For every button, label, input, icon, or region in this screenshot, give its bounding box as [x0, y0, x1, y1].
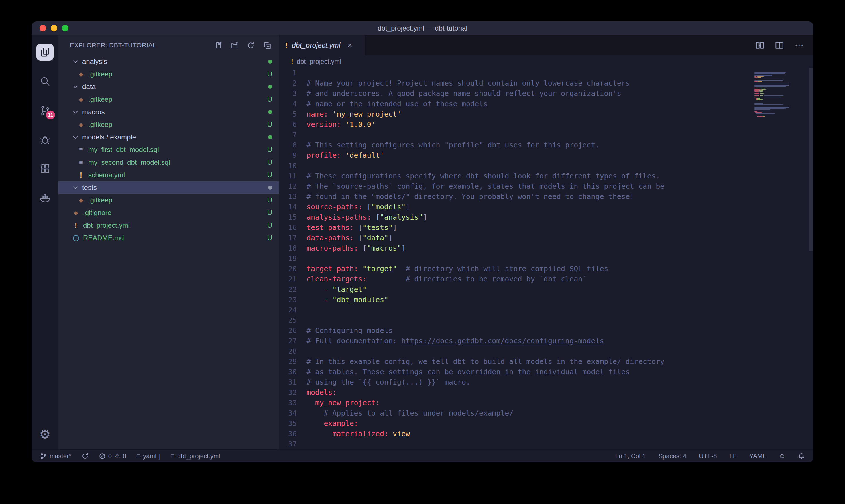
tree-file--gitignore[interactable]: ◆.gitignoreU	[58, 206, 279, 219]
activity-run-debug[interactable]	[32, 125, 58, 154]
code-line[interactable]: 18macro-paths: ["macros"]	[279, 243, 813, 253]
code-line[interactable]: 35 example:	[279, 418, 813, 429]
code-line[interactable]: 10	[279, 161, 813, 171]
tab-label: dbt_project.yml	[292, 41, 341, 50]
tree-file--gitkeep[interactable]: ◆.gitkeepU	[58, 93, 279, 106]
activity-source-control[interactable]: 11	[32, 96, 58, 125]
git-untracked-badge: U	[267, 196, 272, 204]
sql-file-icon: ≡	[77, 158, 85, 166]
code-line[interactable]: 27# Full documentation: https://docs.get…	[279, 336, 813, 346]
code-line[interactable]: 17data-paths: ["data"]	[279, 233, 813, 243]
code-line[interactable]: 29# In this example config, we tell dbt …	[279, 357, 813, 367]
code-line[interactable]: 30# as tables. These settings can be ove…	[279, 367, 813, 377]
code-line[interactable]: 37	[279, 439, 813, 449]
code-line[interactable]: 4# name or the intended use of these mod…	[279, 99, 813, 109]
feedback-smiley-icon[interactable]: ☺	[779, 452, 786, 460]
new-folder-icon[interactable]	[231, 41, 238, 49]
code-line[interactable]: 21clean-targets: # directories to be rem…	[279, 274, 813, 284]
code-line[interactable]: 32models:	[279, 388, 813, 398]
tree-file-schema-yml[interactable]: !schema.ymlU	[58, 169, 279, 181]
problems-status[interactable]: 0 ⚠ 0	[99, 452, 126, 460]
git-untracked-badge: U	[267, 171, 272, 179]
close-tab-icon[interactable]: ×	[347, 40, 352, 50]
code-line[interactable]: 28	[279, 346, 813, 357]
code-line[interactable]: 24	[279, 305, 813, 315]
code-line[interactable]: 34 # Applies to all files under models/e…	[279, 408, 813, 418]
minimap[interactable]	[754, 71, 806, 119]
yaml-file-icon: !	[285, 41, 288, 50]
indentation[interactable]: Spaces: 4	[658, 452, 686, 460]
editor-group: ! dbt_project.yml × ⋯ ! dbt_project.yml	[279, 35, 813, 449]
settings-gear-icon[interactable]: ⚙	[39, 424, 50, 444]
tree-file-my-second-dbt-model-sql[interactable]: ≡my_second_dbt_model.sqlU	[58, 156, 279, 169]
code-line[interactable]: 8# This setting configures which "profil…	[279, 140, 813, 150]
code-editor[interactable]: 12# Name your project! Project names sho…	[279, 68, 813, 449]
code-line[interactable]: 20target-path: "target" # directory whic…	[279, 264, 813, 274]
tree-file--gitkeep[interactable]: ◆.gitkeepU	[58, 68, 279, 80]
activity-search[interactable]	[32, 67, 58, 96]
tree-folder-data[interactable]: data	[58, 80, 279, 93]
code-line[interactable]: 23 - "dbt_modules"	[279, 295, 813, 305]
tab-dbt-project-yml[interactable]: ! dbt_project.yml ×	[279, 35, 365, 55]
git-branch-status[interactable]: master*	[40, 452, 71, 460]
open-changes-icon[interactable]	[756, 41, 764, 50]
line-number: 14	[279, 202, 306, 212]
cursor-position[interactable]: Ln 1, Col 1	[615, 452, 646, 460]
tree-folder-macros[interactable]: macros	[58, 106, 279, 118]
code-line[interactable]: 25	[279, 315, 813, 326]
tree-folder-models-example[interactable]: models / example	[58, 131, 279, 143]
code-line[interactable]: 22 - "target"	[279, 284, 813, 295]
code-line[interactable]: 31# using the `{{ config(...) }}` macro.	[279, 377, 813, 388]
code-line[interactable]: 26# Configuring models	[279, 326, 813, 336]
code-line[interactable]: 33 my_new_project:	[279, 398, 813, 408]
tree-folder-tests[interactable]: tests	[58, 181, 279, 194]
activity-extensions[interactable]	[32, 154, 58, 183]
language-mode[interactable]: YAML	[749, 452, 766, 460]
split-editor-icon[interactable]	[775, 41, 784, 50]
code-line[interactable]: 1	[279, 68, 813, 78]
code-line[interactable]: 9profile: 'default'	[279, 150, 813, 161]
code-line[interactable]: 3# and underscores. A good package name …	[279, 89, 813, 99]
code-line[interactable]: 12# The `source-paths` config, for examp…	[279, 181, 813, 192]
tree-file--gitkeep[interactable]: ◆.gitkeepU	[58, 118, 279, 131]
tree-file-dbt-project-yml[interactable]: !dbt_project.ymlU	[58, 219, 279, 232]
editor-scrollbar[interactable]	[809, 68, 813, 251]
code-line[interactable]: 14source-paths: ["models"]	[279, 202, 813, 212]
eol[interactable]: LF	[730, 452, 737, 460]
line-number: 8	[279, 140, 306, 150]
code-line[interactable]: 16test-paths: ["tests"]	[279, 222, 813, 233]
more-actions-icon[interactable]: ⋯	[795, 41, 804, 50]
notifications-bell[interactable]	[798, 453, 805, 460]
tree-file-my-first-dbt-model-sql[interactable]: ≡my_first_dbt_model.sqlU	[58, 143, 279, 156]
activity-explorer[interactable]	[32, 37, 58, 67]
tree-folder-analysis[interactable]: analysis	[58, 55, 279, 68]
tree-file--gitkeep[interactable]: ◆.gitkeepU	[58, 194, 279, 206]
docker-whale-icon	[39, 192, 51, 204]
new-file-icon[interactable]	[214, 41, 222, 49]
code-line[interactable]: 11# These configurations specify where d…	[279, 171, 813, 181]
close-window-button[interactable]	[39, 25, 46, 32]
tree-file-readme-md[interactable]: README.mdU	[58, 232, 279, 244]
breadcrumb[interactable]: ! dbt_project.yml	[279, 55, 813, 68]
collapse-all-icon[interactable]	[263, 41, 271, 49]
sync-status[interactable]	[82, 453, 89, 460]
code-line[interactable]: 19	[279, 253, 813, 264]
code-line[interactable]: 15analysis-paths: ["analysis"]	[279, 212, 813, 222]
readme-info-icon	[72, 235, 79, 242]
minimize-window-button[interactable]	[51, 25, 57, 32]
zoom-window-button[interactable]	[62, 25, 69, 32]
code-line[interactable]: 2# Name your project! Project names shou…	[279, 78, 813, 89]
encoding[interactable]: UTF-8	[699, 452, 717, 460]
code-line[interactable]: 13# found in the "models/" directory. Yo…	[279, 192, 813, 202]
code-line[interactable]: 36 materialized: view	[279, 429, 813, 439]
active-file-status[interactable]: ≡ dbt_project.yml	[171, 452, 220, 460]
line-number: 7	[279, 130, 306, 140]
activity-docker[interactable]	[32, 183, 58, 213]
code-line[interactable]: 5name: 'my_new_project'	[279, 109, 813, 120]
mode-status[interactable]: ≡ yaml |	[137, 452, 161, 460]
code-line[interactable]: 7	[279, 130, 813, 140]
line-number: 31	[279, 377, 306, 388]
git-untracked-badge: U	[267, 158, 272, 166]
refresh-icon[interactable]	[247, 41, 255, 49]
code-line[interactable]: 6version: '1.0.0'	[279, 120, 813, 130]
